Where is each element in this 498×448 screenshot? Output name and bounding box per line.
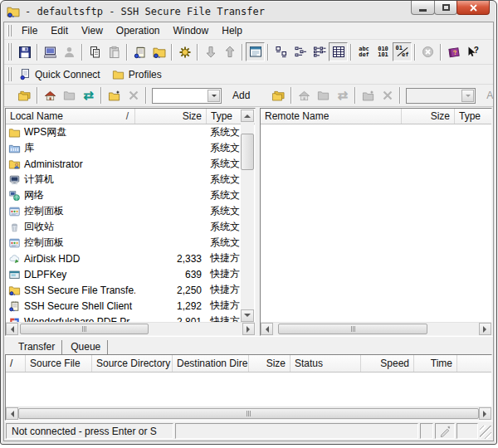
resize-grip[interactable] xyxy=(480,426,491,439)
transfer-column-size[interactable]: Size xyxy=(249,355,290,372)
remote-column-size[interactable]: Size xyxy=(402,109,455,124)
scrollbar-thumb[interactable] xyxy=(241,134,254,170)
menu-window[interactable]: Window xyxy=(167,23,216,38)
combobox-dropdown-button[interactable] xyxy=(208,90,220,102)
paste-button[interactable] xyxy=(105,42,124,61)
transfer-column-status[interactable]: Status xyxy=(290,355,361,372)
scrollbar-thumb[interactable] xyxy=(18,408,479,419)
close-button[interactable] xyxy=(456,1,490,15)
minimize-button[interactable] xyxy=(411,1,435,15)
menu-help[interactable]: Help xyxy=(215,23,249,38)
file-row[interactable]: 计算机 系统文 xyxy=(6,172,255,187)
remote-delete-button[interactable] xyxy=(378,86,397,105)
transfer-column-destination-directory[interactable]: Destination Dire... xyxy=(173,355,249,372)
local-column-name[interactable]: Local Name / xyxy=(6,109,135,124)
help-button[interactable]: ? xyxy=(444,42,463,61)
transfer-column-speed[interactable]: Speed xyxy=(361,355,414,372)
local-column-size[interactable]: Size xyxy=(135,109,207,124)
scroll-left-button[interactable] xyxy=(6,323,18,335)
binary-mode-button[interactable]: 010101 xyxy=(374,42,393,61)
large-icons-button[interactable] xyxy=(271,42,290,61)
scroll-right-button[interactable] xyxy=(242,323,255,335)
remote-home-button[interactable] xyxy=(295,86,314,105)
context-help-button[interactable]: ? xyxy=(463,42,482,61)
scroll-down-button[interactable] xyxy=(241,309,254,322)
tab-transfer[interactable]: Transfer xyxy=(12,340,62,354)
file-row[interactable]: 网络 系统文 xyxy=(6,187,255,203)
file-row[interactable]: 库 系统文 xyxy=(6,140,255,156)
remote-column-type[interactable]: Type xyxy=(455,109,491,124)
local-home-button[interactable] xyxy=(41,86,60,105)
new-transfer-window-button[interactable] xyxy=(130,42,149,61)
local-refresh-button[interactable]: ⇄ xyxy=(79,86,98,105)
copy-button[interactable] xyxy=(85,42,105,61)
file-row[interactable]: WPS网盘 系统文 xyxy=(6,124,255,140)
remote-path-combobox[interactable] xyxy=(406,88,476,104)
quickbar-grip[interactable] xyxy=(7,67,12,80)
file-row[interactable]: 控制面板 系统文 xyxy=(6,203,255,219)
remote-up-folder-button[interactable] xyxy=(314,86,333,105)
save-button[interactable] xyxy=(15,42,34,61)
titlebar[interactable]: - defaultsftp - SSH Secure File Transfer xyxy=(1,1,496,22)
scroll-left-button[interactable] xyxy=(261,323,273,335)
remote-add-button[interactable]: Add xyxy=(478,87,494,104)
scroll-right-button[interactable] xyxy=(479,407,491,420)
file-row[interactable]: Wonderfulshare PDF Pr... 2,801 快捷方 xyxy=(6,314,255,322)
profiles-button[interactable]: Profiles xyxy=(108,67,169,82)
local-folders-button[interactable] xyxy=(15,86,34,105)
transfer-horizontal-scrollbar[interactable] xyxy=(6,407,491,420)
small-icons-button[interactable] xyxy=(290,42,310,61)
scroll-right-button[interactable] xyxy=(479,323,491,335)
transfer-column-sort[interactable]: / xyxy=(6,355,26,372)
combobox-dropdown-button[interactable] xyxy=(461,90,474,102)
remote-new-folder-button[interactable] xyxy=(359,86,378,105)
window-layout-button[interactable] xyxy=(246,42,265,61)
menu-file[interactable]: File xyxy=(15,23,44,38)
file-row[interactable]: Administrator 系统文 xyxy=(6,156,255,172)
transfer-column-time[interactable]: Time xyxy=(414,355,457,372)
file-row[interactable]: AirDisk HDD 2,333 快捷方 xyxy=(6,251,255,266)
transfer-column-source-directory[interactable]: Source Directory xyxy=(92,355,173,372)
scroll-up-button[interactable] xyxy=(241,110,254,122)
list-view-button[interactable] xyxy=(310,42,329,61)
local-up-folder-button[interactable] xyxy=(60,86,79,105)
remote-column-name[interactable]: Remote Name xyxy=(261,109,402,124)
menu-operation[interactable]: Operation xyxy=(110,23,167,38)
scrollbar-track[interactable] xyxy=(241,170,254,309)
upload-button[interactable] xyxy=(220,42,239,61)
file-row[interactable]: DLPFKey 639 快捷方 xyxy=(6,266,255,282)
local-new-folder-button[interactable] xyxy=(105,86,124,105)
ascii-mode-button[interactable]: abcdef xyxy=(354,42,374,61)
menu-view[interactable]: View xyxy=(75,23,110,38)
maximize-button[interactable] xyxy=(434,1,457,15)
file-row[interactable]: SSH Secure Shell Client 1,292 快捷方 xyxy=(6,298,255,314)
transfer-column-source-file[interactable]: Source File xyxy=(26,355,92,372)
local-path-combobox[interactable] xyxy=(152,88,222,104)
local-delete-button[interactable] xyxy=(124,86,143,105)
remote-horizontal-scrollbar[interactable] xyxy=(261,322,491,335)
tab-queue[interactable]: Queue xyxy=(64,340,108,354)
cancel-button[interactable] xyxy=(418,42,437,61)
disconnect-button[interactable] xyxy=(60,42,79,61)
file-row[interactable]: 回收站 系统文 xyxy=(6,219,255,235)
connect-button[interactable] xyxy=(41,42,60,61)
download-button[interactable] xyxy=(201,42,220,61)
local-horizontal-scrollbar[interactable] xyxy=(6,322,255,335)
remote-refresh-button[interactable]: ⇄ xyxy=(333,86,352,105)
scroll-left-button[interactable] xyxy=(6,407,18,420)
menu-grip[interactable] xyxy=(7,25,12,37)
menu-edit[interactable]: Edit xyxy=(44,23,75,38)
remote-folders-button[interactable] xyxy=(269,86,288,105)
settings-gear-button[interactable] xyxy=(175,42,194,61)
file-row[interactable]: 控制面板 系统文 xyxy=(6,235,255,251)
scrollbar-thumb[interactable] xyxy=(278,324,427,334)
scrollbar-thumb[interactable] xyxy=(20,324,149,334)
toolbar-grip[interactable] xyxy=(7,43,12,60)
local-vertical-scrollbar[interactable] xyxy=(241,110,254,322)
details-view-button[interactable] xyxy=(329,42,348,61)
quick-connect-button[interactable]: Quick Connect xyxy=(15,66,108,82)
open-folder-button[interactable] xyxy=(149,42,168,61)
local-add-button[interactable]: Add xyxy=(224,87,258,104)
file-row[interactable]: SSH Secure File Transfe... 2,250 快捷方 xyxy=(6,282,255,298)
auto-mode-button[interactable]: 01 ef xyxy=(393,42,412,61)
